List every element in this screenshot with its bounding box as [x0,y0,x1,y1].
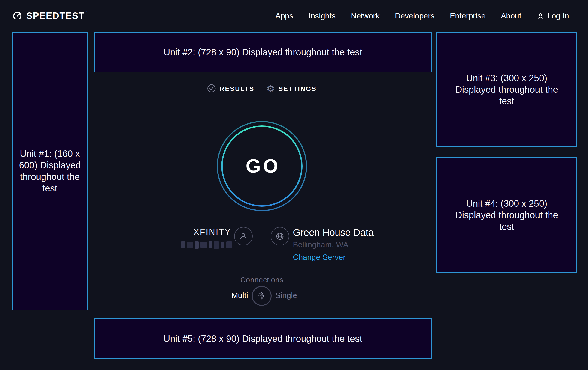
ad-unit-2[interactable]: Unit #2: (728 x 90) Displayed throughout… [94,32,432,72]
ad-unit-1[interactable]: Unit #1: (160 x 600) Displayed throughou… [12,32,88,310]
ad-unit-5-text: Unit #5: (728 x 90) Displayed throughout… [164,333,362,344]
connections-toggle[interactable] [252,286,272,306]
logo-trademark: ' [86,10,87,15]
nav-item-insights[interactable]: Insights [309,11,336,20]
connections-multi-option[interactable]: Multi [212,291,248,300]
tab-results-label: RESULTS [220,85,254,92]
server-location: Bellingham, WA [293,240,348,250]
ad-unit-4[interactable]: Unit #4: (300 x 250) Displayed throughou… [437,157,577,273]
user-icon [536,12,544,20]
change-server-link[interactable]: Change Server [293,253,346,262]
navbar: SPEEDTEST ' Apps Insights Network Develo… [0,0,588,32]
redacted-ip-address [181,240,232,249]
logo[interactable]: SPEEDTEST ' [12,0,87,32]
ad-unit-5[interactable]: Unit #5: (728 x 90) Displayed throughout… [94,318,432,359]
tab-settings-label: SETTINGS [279,85,317,92]
connections-heading: Connections [241,276,284,284]
logo-text: SPEEDTEST [26,11,84,21]
server-globe-badge [271,227,289,245]
nav-item-apps[interactable]: Apps [275,11,293,20]
ad-unit-3-text: Unit #3: (300 x 250) Displayed throughou… [437,72,576,107]
check-circle-icon [207,84,216,93]
nav-item-network[interactable]: Network [351,11,380,20]
ad-unit-1-text: Unit #1: (160 x 600) Displayed throughou… [13,148,87,194]
tab-results[interactable]: RESULTS [207,84,254,93]
connections-single-option[interactable]: Single [275,291,297,300]
isp-avatar [234,227,253,245]
go-label: GO [216,120,308,212]
speedtest-gauge-icon [12,11,22,21]
ad-unit-3[interactable]: Unit #3: (300 x 250) Displayed throughou… [437,32,577,147]
main-nav: Apps Insights Network Developers Enterpr… [275,0,569,32]
ad-unit-2-text: Unit #2: (728 x 90) Displayed throughout… [164,46,362,58]
tab-settings[interactable]: ⚙ SETTINGS [266,84,317,93]
nav-item-enterprise[interactable]: Enterprise [450,11,486,20]
gear-icon: ⚙ [266,84,275,92]
nav-item-developers[interactable]: Developers [395,11,435,20]
go-button[interactable]: GO [216,120,308,212]
nav-item-about[interactable]: About [501,11,522,20]
isp-name: XFINITY [194,228,231,237]
globe-icon [275,231,285,241]
ad-unit-4-text: Unit #4: (300 x 250) Displayed throughou… [437,198,576,232]
person-icon [238,231,249,241]
speedtest-page: SPEEDTEST ' Apps Insights Network Develo… [0,0,588,370]
login-label: Log In [547,11,569,20]
server-name: Green House Data [293,227,374,238]
login-button[interactable]: Log In [536,11,569,20]
view-tabs: RESULTS ⚙ SETTINGS [207,84,317,93]
multi-arrows-icon [256,291,267,301]
